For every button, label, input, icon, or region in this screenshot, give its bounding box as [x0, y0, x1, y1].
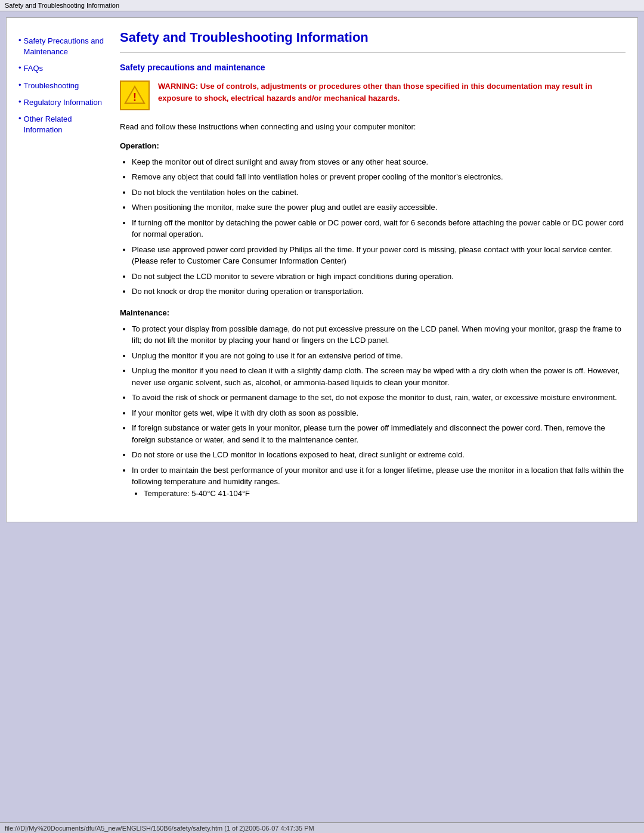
list-item: In order to maintain the best performanc…: [132, 465, 626, 500]
nav-item-regulatory: • Regulatory Information: [18, 97, 108, 110]
main-content: Safety and Troubleshooting Information S…: [120, 30, 626, 510]
list-item: Do not store or use the LCD monitor in l…: [132, 449, 626, 461]
list-item: Remove any object that could fall into v…: [132, 171, 626, 183]
sidebar-link-regulatory[interactable]: Regulatory Information: [24, 97, 103, 108]
list-item: If turning off the monitor by detaching …: [132, 217, 626, 240]
maintenance-list: To protect your display from possible da…: [132, 323, 626, 500]
warning-triangle-icon: !: [124, 85, 145, 106]
warning-icon: !: [120, 80, 150, 110]
list-item: If foreign substance or water gets in yo…: [132, 422, 626, 445]
section-title: Safety precautions and maintenance: [120, 63, 626, 72]
nav-item-safety: • Safety Precautions and Maintenance: [18, 36, 108, 60]
list-item: When positioning the monitor, make sure …: [132, 202, 626, 213]
bullet-faqs: •: [18, 63, 21, 72]
list-item: Do not knock or drop the monitor during …: [132, 286, 626, 298]
sidebar-link-other[interactable]: Other Related Information: [24, 114, 108, 135]
sidebar-link-faqs[interactable]: FAQs: [24, 63, 44, 74]
operation-heading: Operation:: [120, 141, 626, 150]
divider: [120, 52, 626, 53]
page-title: Safety and Troubleshooting Information: [120, 30, 626, 45]
title-bar: Safety and Troubleshooting Information: [0, 0, 644, 11]
operation-list: Keep the monitor out of direct sunlight …: [132, 156, 626, 298]
svg-text:!: !: [133, 91, 137, 103]
list-item: Keep the monitor out of direct sunlight …: [132, 156, 626, 168]
sidebar-link-safety[interactable]: Safety Precautions and Maintenance: [24, 36, 108, 57]
bullet-other: •: [18, 114, 21, 123]
bullet-troubleshooting: •: [18, 80, 21, 89]
list-item: To protect your display from possible da…: [132, 323, 626, 346]
sub-list: Temperature: 5-40°C 41-104°F: [144, 488, 626, 500]
list-item: Do not subject the LCD monitor to severe…: [132, 271, 626, 283]
sidebar: • Safety Precautions and Maintenance • F…: [18, 30, 108, 510]
nav-item-other: • Other Related Information: [18, 114, 108, 138]
title-bar-text: Safety and Troubleshooting Information: [5, 2, 119, 9]
nav-item-troubleshooting: • Troubleshooting: [18, 80, 108, 94]
status-bar: file:///D|/My%20Documents/dfu/A5_new/ENG…: [0, 822, 644, 833]
browser-content: • Safety Precautions and Maintenance • F…: [0, 11, 644, 822]
warning-box: ! WARNING: Use of controls, adjustments …: [120, 80, 626, 110]
list-item: Please use approved power cord provided …: [132, 244, 626, 267]
intro-text: Read and follow these instructions when …: [120, 121, 626, 133]
nav-item-faqs: • FAQs: [18, 63, 108, 76]
list-item: If your monitor gets wet, wipe it with d…: [132, 407, 626, 419]
list-item: To avoid the risk of shock or permanent …: [132, 392, 626, 404]
warning-text: WARNING: Use of controls, adjustments or…: [158, 80, 626, 104]
sidebar-link-troubleshooting[interactable]: Troubleshooting: [24, 80, 79, 91]
page-container: • Safety Precautions and Maintenance • F…: [6, 17, 638, 522]
bullet-regulatory: •: [18, 97, 21, 106]
bullet-safety: •: [18, 36, 21, 45]
list-item: Temperature: 5-40°C 41-104°F: [144, 488, 626, 500]
list-item: Unplug the monitor if you are not going …: [132, 350, 626, 362]
maintenance-heading: Maintenance:: [120, 308, 626, 317]
list-item: Do not block the ventilation holes on th…: [132, 187, 626, 199]
list-item: Unplug the monitor if you need to clean …: [132, 365, 626, 388]
status-bar-text: file:///D|/My%20Documents/dfu/A5_new/ENG…: [5, 825, 314, 832]
